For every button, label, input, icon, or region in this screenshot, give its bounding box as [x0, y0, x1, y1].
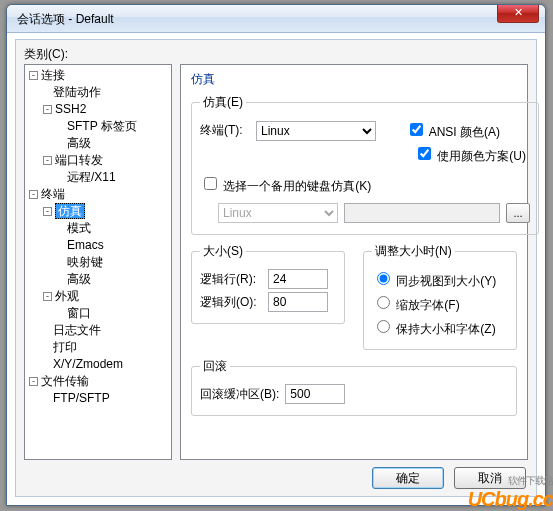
resize-group: 调整大小时(N) 同步视图到大小(Y) 缩放字体(F) 保持大小和字体(Z) — [363, 243, 517, 350]
cancel-button[interactable]: 取消 — [454, 467, 526, 489]
tree-label: 登陆动作 — [53, 85, 101, 99]
tree-label: SFTP 标签页 — [67, 119, 137, 133]
alt-keyboard-checkbox[interactable]: 选择一个备用的键盘仿真(K) — [200, 179, 371, 193]
tree-node[interactable]: SFTP 标签页 — [25, 118, 171, 135]
tree-label: 高级 — [67, 272, 91, 286]
settings-panel: 仿真 仿真(E) 终端(T): Linux ANSI 颜色(A) 使用颜色方案(… — [180, 64, 528, 460]
scrollback-group: 回滚 回滚缓冲区(B): — [191, 358, 517, 416]
tree-node[interactable]: 登陆动作 — [25, 84, 171, 101]
dialog-window: 会话选项 - Default ✕ 类别(C): -连接登陆动作-SSH2SFTP… — [6, 4, 546, 506]
rows-input[interactable] — [268, 269, 328, 289]
tree-label: Emacs — [67, 238, 104, 252]
tree-label: SSH2 — [55, 102, 86, 116]
alt-keyboard-path — [344, 203, 500, 223]
ok-button[interactable]: 确定 — [372, 467, 444, 489]
rows-label: 逻辑行(R): — [200, 271, 262, 288]
tree-label: 文件传输 — [41, 374, 89, 388]
tree-label: 远程/X11 — [67, 170, 116, 184]
tree-toggle-icon[interactable]: - — [43, 105, 52, 114]
tree-node[interactable]: 打印 — [25, 339, 171, 356]
tree-node[interactable]: -终端 — [25, 186, 171, 203]
tree-node[interactable]: 日志文件 — [25, 322, 171, 339]
tree-label: 模式 — [67, 221, 91, 235]
tree-node[interactable]: -仿真 — [25, 203, 171, 220]
tree-node[interactable]: 映射键 — [25, 254, 171, 271]
tree-label: X/Y/Zmodem — [53, 357, 123, 371]
size-legend: 大小(S) — [200, 243, 246, 260]
dialog-buttons: 确定 取消 — [366, 467, 526, 489]
tree-toggle-icon[interactable]: - — [29, 190, 38, 199]
tree-node[interactable]: 高级 — [25, 271, 171, 288]
tree-node[interactable]: Emacs — [25, 237, 171, 254]
tree-node[interactable]: -端口转发 — [25, 152, 171, 169]
terminal-select[interactable]: Linux — [256, 121, 376, 141]
window-title: 会话选项 - Default — [17, 11, 114, 28]
tree-node[interactable]: -SSH2 — [25, 101, 171, 118]
browse-button[interactable]: ... — [506, 203, 530, 223]
tree-label: 高级 — [67, 136, 91, 150]
titlebar[interactable]: 会话选项 - Default ✕ — [7, 5, 545, 33]
tree-label: 打印 — [53, 340, 77, 354]
scrollback-legend: 回滚 — [200, 358, 230, 375]
emulation-group: 仿真(E) 终端(T): Linux ANSI 颜色(A) 使用颜色方案(U) … — [191, 94, 539, 235]
tree-node[interactable]: FTP/SFTP — [25, 390, 171, 407]
tree-label: 日志文件 — [53, 323, 101, 337]
tree-toggle-icon[interactable]: - — [29, 71, 38, 80]
resize-sync-radio[interactable]: 同步视图到大小(Y) — [372, 269, 508, 290]
tree-node[interactable]: 模式 — [25, 220, 171, 237]
tree-label: 端口转发 — [55, 153, 103, 167]
close-button[interactable]: ✕ — [497, 5, 539, 23]
tree-node[interactable]: 远程/X11 — [25, 169, 171, 186]
tree-node[interactable]: -外观 — [25, 288, 171, 305]
alt-keyboard-select: Linux — [218, 203, 338, 223]
cols-label: 逻辑列(O): — [200, 294, 262, 311]
ansi-color-checkbox[interactable]: ANSI 颜色(A) — [406, 120, 500, 141]
tree-node[interactable]: X/Y/Zmodem — [25, 356, 171, 373]
scrollback-label: 回滚缓冲区(B): — [200, 386, 279, 403]
tree-node[interactable]: -连接 — [25, 67, 171, 84]
tree-node[interactable]: 高级 — [25, 135, 171, 152]
tree-node[interactable]: 窗口 — [25, 305, 171, 322]
terminal-label: 终端(T): — [200, 122, 250, 139]
tree-label: FTP/SFTP — [53, 391, 110, 405]
resize-scale-radio[interactable]: 缩放字体(F) — [372, 293, 508, 314]
tree-toggle-icon[interactable]: - — [43, 156, 52, 165]
size-group: 大小(S) 逻辑行(R): 逻辑列(O): — [191, 243, 345, 324]
tree-label: 连接 — [41, 68, 65, 82]
tree-toggle-icon[interactable]: - — [43, 292, 52, 301]
tree-label: 映射键 — [67, 255, 103, 269]
tree-node[interactable]: -文件传输 — [25, 373, 171, 390]
scrollback-input[interactable] — [285, 384, 345, 404]
emulation-legend: 仿真(E) — [200, 94, 246, 111]
cols-input[interactable] — [268, 292, 328, 312]
categories-label: 类别(C): — [24, 46, 68, 63]
client-area: 类别(C): -连接登陆动作-SSH2SFTP 标签页高级-端口转发远程/X11… — [15, 39, 537, 497]
resize-keep-radio[interactable]: 保持大小和字体(Z) — [372, 317, 508, 338]
tree-label: 终端 — [41, 187, 65, 201]
tree-toggle-icon[interactable]: - — [43, 207, 52, 216]
tree-label: 外观 — [55, 289, 79, 303]
resize-legend: 调整大小时(N) — [372, 243, 455, 260]
use-scheme-checkbox[interactable]: 使用颜色方案(U) — [414, 144, 526, 165]
panel-title: 仿真 — [191, 71, 517, 88]
category-tree[interactable]: -连接登陆动作-SSH2SFTP 标签页高级-端口转发远程/X11-终端-仿真模… — [24, 64, 172, 460]
tree-label: 仿真 — [55, 203, 85, 219]
tree-label: 窗口 — [67, 306, 91, 320]
tree-toggle-icon[interactable]: - — [29, 377, 38, 386]
